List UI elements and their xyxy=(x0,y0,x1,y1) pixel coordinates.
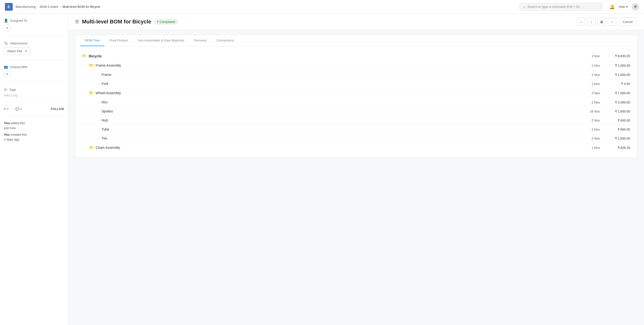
hamburger-icon[interactable]: ☰ xyxy=(75,19,79,24)
folder-icon: 📁 xyxy=(82,54,87,58)
more-button[interactable]: ⋯ xyxy=(608,18,616,26)
divider-1 xyxy=(4,36,64,36)
breadcrumb-bom-creator[interactable]: BOM Creator xyxy=(40,5,58,8)
tab-connections[interactable]: Connections xyxy=(212,35,239,46)
bom-item-wheel-assembly-qty: 2 Nos xyxy=(583,91,600,95)
follow-button[interactable]: FOLLOW xyxy=(51,107,64,111)
bom-item-chain-assembly-meta: 1 Nos ₹ 826.20 xyxy=(583,146,630,150)
add-tag-input[interactable]: Add a tag ... xyxy=(4,94,64,97)
comments-stat[interactable]: 💬 0 xyxy=(15,107,22,111)
bom-item-hub-price: ₹ 600.00 xyxy=(606,118,630,122)
add-assigned-button[interactable]: + xyxy=(4,24,11,31)
log-action-1: created this xyxy=(10,133,27,136)
bom-item-frame-assembly-meta: 1 Nos ₹ 1,004.00 xyxy=(583,64,630,67)
likes-count: 0 xyxy=(7,107,8,111)
divider-2 xyxy=(4,60,64,60)
bom-item-spokes-meta: 16 Nos ₹ 1,600.00 xyxy=(583,110,630,113)
bom-item-hub-label: ○ Hub xyxy=(98,118,583,122)
folder-icon: 📁 xyxy=(89,63,94,68)
bom-item-tube-qty: 2 Nos xyxy=(583,128,600,131)
breadcrumb-sep-2: › xyxy=(60,5,61,8)
bom-item-tire: ○ Tire 2 Nos ₹ 2,000.00 xyxy=(80,134,632,143)
log-time-1: 2 days ago xyxy=(4,138,20,141)
attachments-label: Attachments xyxy=(10,42,28,45)
shared-with-title: 👥 Shared With xyxy=(4,65,64,69)
topbar-actions: 🔔 Help ▾ R xyxy=(609,3,639,10)
folder-icon: 📁 xyxy=(89,91,94,95)
next-button[interactable]: › xyxy=(588,18,596,26)
bom-item-fork-price: ₹ 4.00 xyxy=(606,82,630,86)
breadcrumb-manufacturing[interactable]: Manufacturing xyxy=(16,5,36,8)
bom-tree-content: 📁 Bicycle 1 Nos ₹ 8,830.20 📁 Frame Assem… xyxy=(76,46,637,157)
chevron-down-icon: ▾ xyxy=(626,5,628,8)
circle-icon: ○ xyxy=(98,110,100,113)
print-button[interactable]: 🖶 xyxy=(598,18,606,26)
bom-item-rim-name: Rim xyxy=(102,100,108,104)
sidebar: 👤 Assigned To + 📎 Attachments Attach Fil… xyxy=(0,14,68,325)
search-box[interactable]: ⌕ Search or type a command (Ctrl + G) xyxy=(520,3,602,10)
circle-icon: ○ xyxy=(98,137,100,140)
bom-item-fork-name: Fork xyxy=(102,82,108,86)
bom-item-chain-assembly-name: Chain Assembly xyxy=(96,146,120,150)
attachments-section: 📎 Attachments Attach File + xyxy=(4,41,64,55)
bom-item-tube-label: ○ Tube xyxy=(98,127,583,131)
bom-item-frame-assembly-name: Frame Assembly xyxy=(96,64,121,67)
bom-item-bicycle-meta: 1 Nos ₹ 8,830.20 xyxy=(583,54,630,58)
tab-bar: BOM Tree Final Product Sub Assemblies & … xyxy=(76,35,637,46)
prev-button[interactable]: ‹ xyxy=(577,18,586,26)
activity-stats: ♥ 0 · 💬 0 FOLLOW xyxy=(4,107,64,111)
bom-item-hub-name: Hub xyxy=(102,118,108,122)
bom-item-fork-label: ○ Fork xyxy=(98,82,583,86)
bom-item-hub: ○ Hub 2 Nos ₹ 600.00 xyxy=(80,116,632,125)
topbar: E Manufacturing › BOM Creator › Multi-le… xyxy=(0,0,644,14)
tab-bom-tree[interactable]: BOM Tree xyxy=(80,35,104,46)
status-badge: Completed xyxy=(154,19,178,25)
bom-item-frame-meta: 1 Nos ₹ 1,000.00 xyxy=(583,73,630,76)
bom-item-tire-label: ○ Tire xyxy=(98,136,583,140)
likes-stat[interactable]: ♥ 0 xyxy=(4,107,8,111)
tab-remarks[interactable]: Remarks xyxy=(189,35,212,46)
bom-item-fork: ○ Fork 1 Nos ₹ 4.00 xyxy=(80,79,632,88)
bom-item-spokes-label: ○ Spokes xyxy=(98,109,583,113)
tag-icon: 🏷 xyxy=(4,88,7,92)
shared-icon: 👥 xyxy=(4,65,8,69)
bom-item-wheel-assembly-meta: 2 Nos ₹ 7,000.00 xyxy=(583,91,630,95)
tab-final-product[interactable]: Final Product xyxy=(104,35,133,46)
bom-item-rim-price: ₹ 2,000.00 xyxy=(606,100,630,104)
circle-icon: ○ xyxy=(98,100,100,104)
divider-5 xyxy=(4,116,64,116)
circle-icon: ○ xyxy=(98,82,100,86)
bom-item-spokes-price: ₹ 1,600.00 xyxy=(606,110,630,113)
activity-log: You edited this just now You created thi… xyxy=(4,121,64,142)
header-left: ☰ Multi-level BOM for Bicycle Completed xyxy=(75,18,573,25)
bom-item-spokes: ○ Spokes 16 Nos ₹ 1,600.00 xyxy=(80,107,632,116)
tab-sub-assemblies[interactable]: Sub Assemblies & Raw Materials xyxy=(133,35,189,46)
page-title: Multi-level BOM for Bicycle xyxy=(82,18,151,25)
log-entry-0: You edited this just now xyxy=(4,121,64,130)
comments-count: 0 xyxy=(20,107,22,111)
help-menu[interactable]: Help ▾ xyxy=(619,5,628,8)
folder-icon: 📁 xyxy=(89,146,94,150)
shared-with-label: Shared With xyxy=(10,65,28,69)
circle-icon: ○ xyxy=(98,118,100,122)
bom-item-wheel-assembly-label: 📁 Wheel Assembly xyxy=(89,91,583,95)
bell-icon[interactable]: 🔔 xyxy=(609,4,615,10)
bom-item-frame-assembly-label: 📁 Frame Assembly xyxy=(89,63,583,68)
bom-item-wheel-assembly: 📁 Wheel Assembly 2 Nos ₹ 7,000.00 xyxy=(80,88,632,98)
bom-item-frame-qty: 1 Nos xyxy=(583,73,600,76)
breadcrumb-sep-1: › xyxy=(37,5,38,8)
bom-item-tire-price: ₹ 2,000.00 xyxy=(606,137,630,140)
tags-title: 🏷 Tags xyxy=(4,88,64,92)
plus-icon: + xyxy=(25,49,27,53)
bom-item-chain-assembly-qty: 1 Nos xyxy=(583,146,600,150)
attach-file-button[interactable]: Attach File + xyxy=(4,47,30,55)
avatar[interactable]: R xyxy=(632,3,639,10)
search-icon: ⌕ xyxy=(523,5,526,9)
stat-separator: · xyxy=(12,107,12,111)
add-shared-button[interactable]: + xyxy=(4,71,11,78)
assigned-to-label: Assigned To xyxy=(10,19,27,22)
breadcrumb: Manufacturing › BOM Creator › Multi-leve… xyxy=(16,5,517,8)
header-actions: ‹ › 🖶 ⋯ Cancel xyxy=(577,18,637,26)
cancel-button[interactable]: Cancel xyxy=(618,18,637,26)
bom-item-tube: ○ Tube 2 Nos ₹ 800.00 xyxy=(80,125,632,134)
